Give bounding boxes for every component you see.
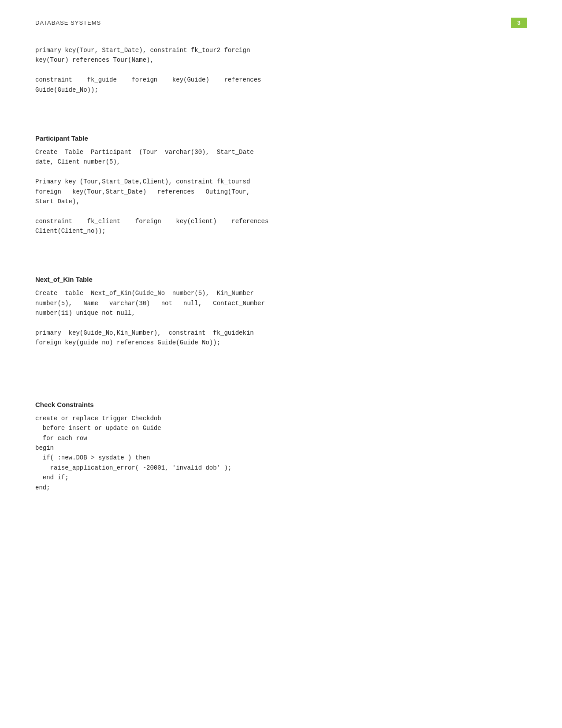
spacer-3 — [35, 361, 527, 374]
outing-code-block: primary key(Tour, Start_Date), constrain… — [35, 45, 527, 95]
check-constraints-section: Check Constraints create or replace trig… — [35, 401, 527, 493]
page-content: primary key(Tour, Start_Date), constrain… — [35, 41, 527, 493]
outing-continuation-section: primary key(Tour, Start_Date), constrain… — [35, 45, 527, 95]
spacer-4 — [35, 374, 527, 388]
page: DATABASE SYSTEMS 3 primary key(Tour, Sta… — [0, 0, 562, 728]
spacer-2 — [35, 249, 527, 262]
participant-table-title: Participant Table — [35, 134, 527, 142]
document-title: DATABASE SYSTEMS — [35, 19, 101, 26]
page-number: 3 — [511, 18, 527, 28]
next-of-kin-title: Next_of_Kin Table — [35, 276, 527, 283]
next-of-kin-code-block: Create table Next_of_Kin(Guide_No number… — [35, 288, 527, 347]
participant-table-section: Participant Table Create Table Participa… — [35, 134, 527, 236]
page-header: DATABASE SYSTEMS 3 — [35, 18, 527, 28]
check-constraints-code-block: create or replace trigger Checkdob befor… — [35, 414, 527, 493]
check-constraints-title: Check Constraints — [35, 401, 527, 408]
participant-code-block: Create Table Participant (Tour varchar(3… — [35, 147, 527, 236]
next-of-kin-section: Next_of_Kin Table Create table Next_of_K… — [35, 276, 527, 347]
spacer-1 — [35, 108, 527, 121]
